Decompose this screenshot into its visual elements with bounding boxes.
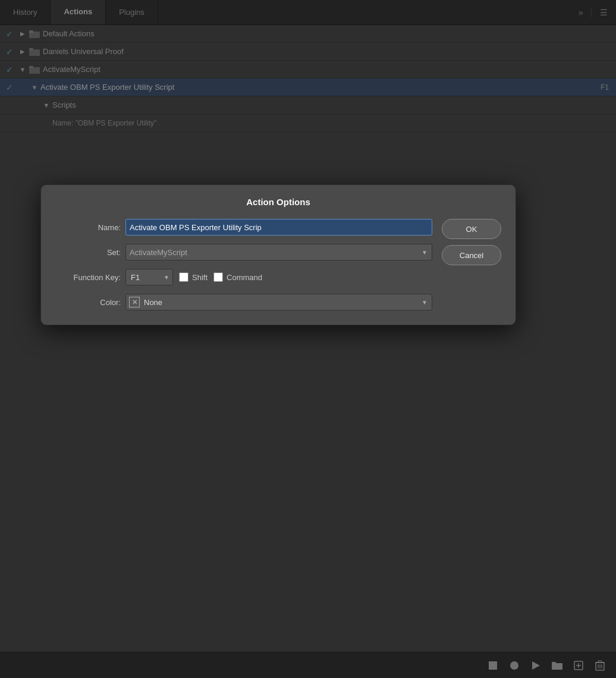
function-key-label: Function Key: [55,273,121,282]
dialog-buttons: OK Cancel [442,219,501,310]
command-label[interactable]: Command [227,273,262,282]
color-select-wrapper: ✕ None Red Orange Yellow Green Blue Viol… [125,294,432,310]
set-label: Set: [55,248,121,257]
function-key-controls: None F1 F2 F3 F4 F5 F6 F7 F8 F9 F10 F11 [125,269,262,285]
color-select[interactable]: None Red Orange Yellow Green Blue Violet… [125,294,432,310]
shift-label[interactable]: Shift [192,273,208,282]
function-key-row: Function Key: None F1 F2 F3 F4 F5 F6 F7 … [55,269,432,285]
fk-select-wrapper: None F1 F2 F3 F4 F5 F6 F7 F8 F9 F10 F11 [125,269,173,285]
set-select-wrapper: ActivateMyScript ▼ [125,244,432,260]
command-checkbox[interactable] [213,272,223,282]
name-label: Name: [55,223,121,232]
ok-button[interactable]: OK [442,219,501,239]
set-row: Set: ActivateMyScript ▼ [55,244,432,260]
dialog-title: Action Options [55,197,501,207]
shift-checkbox[interactable] [179,272,188,282]
name-row: Name: [55,219,432,236]
set-select[interactable]: ActivateMyScript [125,244,432,260]
modal-overlay [0,0,616,678]
shift-checkbox-group: Shift [179,272,208,282]
color-x-icon: ✕ [129,297,140,307]
command-checkbox-group: Command [213,272,262,282]
dialog-form: Name: Set: ActivateMyScript ▼ Function K… [55,219,432,310]
action-options-dialog: Action Options Name: Set: ActivateMyScri… [40,184,516,325]
color-row: Color: ✕ None Red Orange Yellow Green Bl… [55,294,432,310]
function-key-select[interactable]: None F1 F2 F3 F4 F5 F6 F7 F8 F9 F10 F11 [125,269,173,285]
cancel-button[interactable]: Cancel [442,245,501,265]
dialog-body: Name: Set: ActivateMyScript ▼ Function K… [55,219,501,310]
name-input[interactable] [125,219,432,236]
color-label: Color: [55,298,121,307]
